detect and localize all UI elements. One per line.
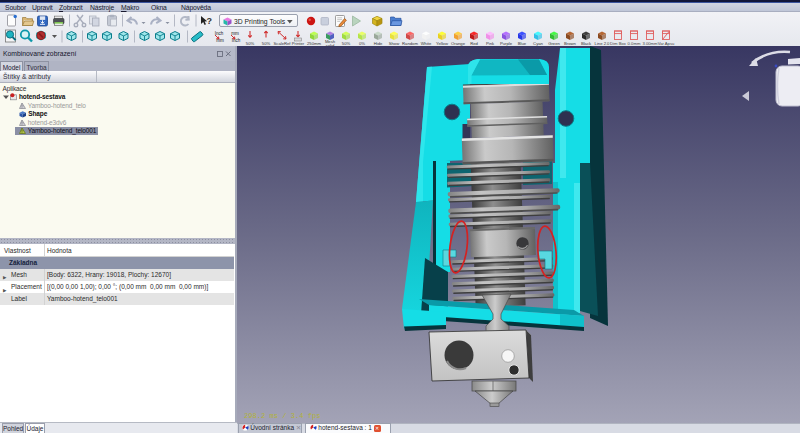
- svg-text:Dim Box: Dim Box: [610, 41, 627, 46]
- svg-text:50%: 50%: [262, 41, 271, 46]
- svg-text:White: White: [421, 41, 432, 46]
- svg-text:Orange: Orange: [451, 41, 466, 46]
- svg-text:Show: Show: [389, 41, 400, 46]
- svg-text:Purple: Purple: [500, 41, 513, 46]
- svg-text:Blue: Blue: [518, 41, 527, 46]
- svg-text:Random: Random: [402, 41, 418, 46]
- svg-text:Inch: Inch: [215, 30, 224, 35]
- svg-text:Line 2.0: Line 2.0: [595, 41, 611, 46]
- svg-text:0%: 0%: [359, 41, 365, 46]
- svg-text:Cyan: Cyan: [533, 41, 543, 46]
- svg-text:Printer: Printer: [292, 41, 305, 46]
- svg-text:298.2 ms / 3.4 fps: 298.2 ms / 3.4 fps: [244, 412, 321, 420]
- svg-text:50%: 50%: [246, 41, 255, 46]
- svg-text:mm: mm: [231, 30, 239, 35]
- svg-text:250mm: 250mm: [307, 41, 321, 46]
- svg-text:Var Apsu: Var Apsu: [658, 41, 675, 46]
- svg-text:Yellow: Yellow: [436, 41, 449, 46]
- svg-text:?: ?: [207, 16, 213, 26]
- svg-text:Red: Red: [470, 41, 478, 46]
- svg-text:Pink: Pink: [486, 41, 495, 46]
- svg-text:Green: Green: [548, 41, 560, 46]
- svg-text:Black: Black: [581, 41, 592, 46]
- svg-text:ScaleRef: ScaleRef: [274, 41, 292, 46]
- svg-text:Hide: Hide: [374, 41, 383, 46]
- svg-text:0.0mm: 0.0mm: [628, 41, 641, 46]
- svg-text:50%: 50%: [342, 41, 351, 46]
- svg-text:3.00mm: 3.00mm: [642, 41, 658, 46]
- svg-text:Brown: Brown: [564, 41, 577, 46]
